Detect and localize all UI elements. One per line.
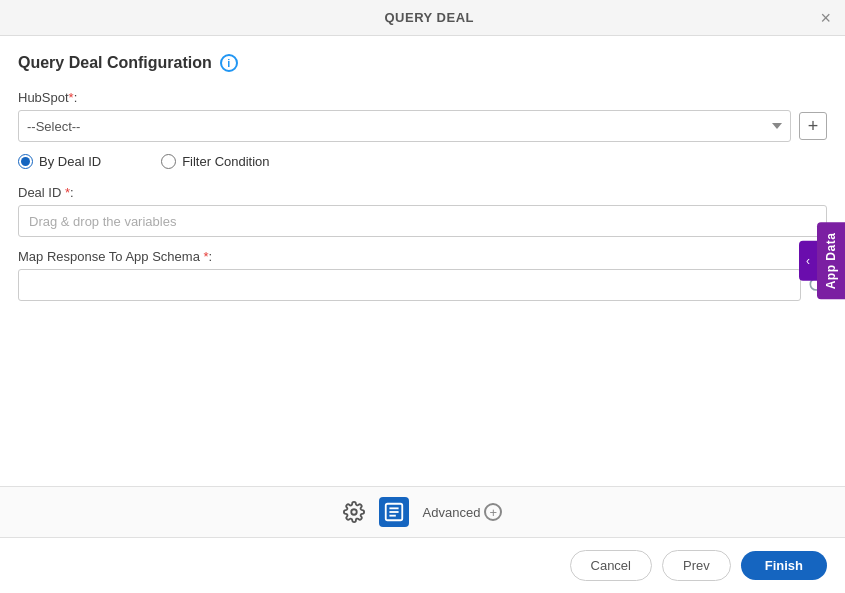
info-icon[interactable]: i [220, 54, 238, 72]
modal-header: QUERY DEAL × [0, 0, 845, 36]
page-title-row: Query Deal Configuration i [18, 54, 827, 72]
modal: QUERY DEAL × Query Deal Configuration i … [0, 0, 845, 593]
radio-filter-condition-label: Filter Condition [182, 154, 269, 169]
deal-id-label: Deal ID *: [18, 185, 827, 200]
hubspot-add-button[interactable]: + [799, 112, 827, 140]
app-data-chevron-button[interactable]: ‹ [799, 241, 817, 281]
list-icon [383, 501, 405, 523]
radio-by-deal-id-label: By Deal ID [39, 154, 101, 169]
deal-id-field-row: Deal ID *: [18, 185, 827, 237]
radio-by-deal-id[interactable]: By Deal ID [18, 154, 101, 169]
app-data-tab[interactable]: App Data [817, 223, 845, 300]
radio-filter-condition-input[interactable] [161, 154, 176, 169]
footer-toolbar: Advanced + [0, 486, 845, 537]
hubspot-field-row: HubSpot*: --Select-- + [18, 90, 827, 142]
svg-point-2 [351, 509, 357, 515]
modal-title: QUERY DEAL [38, 10, 820, 25]
list-icon-button[interactable] [379, 497, 409, 527]
map-response-field-row: Map Response To App Schema *: [18, 249, 827, 301]
radio-group: By Deal ID Filter Condition [18, 154, 827, 169]
hubspot-select[interactable]: --Select-- [18, 110, 791, 142]
advanced-plus-icon: + [484, 503, 502, 521]
settings-icon-button[interactable] [343, 501, 365, 523]
close-button[interactable]: × [820, 9, 831, 27]
map-response-input[interactable] [18, 269, 801, 301]
radio-filter-condition[interactable]: Filter Condition [161, 154, 269, 169]
page-title-text: Query Deal Configuration [18, 54, 212, 72]
app-data-tab-wrapper: ‹ App Data [799, 223, 845, 300]
map-response-label: Map Response To App Schema *: [18, 249, 827, 264]
prev-button[interactable]: Prev [662, 550, 731, 581]
gear-icon [343, 501, 365, 523]
map-response-input-row [18, 269, 827, 301]
hubspot-select-wrapper: --Select-- + [18, 110, 827, 142]
advanced-label: Advanced [423, 505, 481, 520]
footer-actions: Cancel Prev Finish [0, 537, 845, 593]
finish-button[interactable]: Finish [741, 551, 827, 580]
advanced-button[interactable]: Advanced + [423, 503, 503, 521]
hubspot-label: HubSpot*: [18, 90, 827, 105]
deal-id-input[interactable] [18, 205, 827, 237]
cancel-button[interactable]: Cancel [570, 550, 652, 581]
radio-by-deal-id-input[interactable] [18, 154, 33, 169]
modal-body: Query Deal Configuration i HubSpot*: --S… [0, 36, 845, 486]
